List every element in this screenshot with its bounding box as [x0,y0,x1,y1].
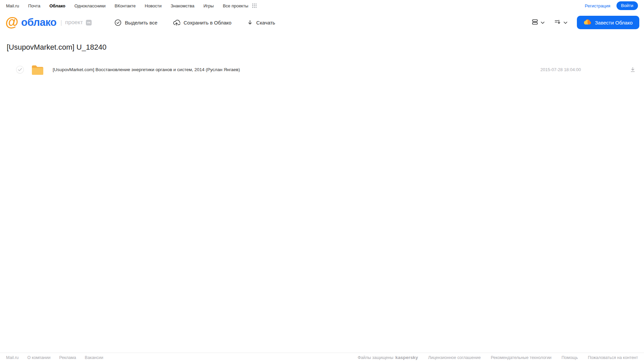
file-row[interactable]: [UsupovMarket.com] Восстановление энерге… [7,62,644,77]
cloud-logo[interactable]: @ облако [5,16,56,29]
file-list: [UsupovMarket.com] Восстановление энерге… [7,62,644,77]
footer-link-license[interactable]: Лицензионное соглашение [428,355,481,360]
select-all-button[interactable]: Выделить все [114,19,157,26]
portal-nav-links: Mail.ru Почта Облако Одноклассники ВКонт… [6,3,257,8]
topnav-item-all-projects[interactable]: Все проекты [223,3,248,8]
cloud-header: @ облако | проект VK Выделить все Со [0,11,644,34]
footer-link-about[interactable]: О компании [28,355,51,360]
check-circle-icon [114,19,121,26]
download-button[interactable]: Скачать [247,19,275,25]
footer-link-mailru[interactable]: Mail.ru [6,355,19,360]
login-button[interactable]: Войти [616,1,638,10]
kaspersky-logo[interactable]: kaspersky [395,355,418,360]
topnav-item-cloud[interactable]: Облако [49,3,65,8]
footer-link-jobs[interactable]: Вакансии [85,355,103,360]
folder-icon [31,64,44,75]
divider: | [60,19,62,26]
vk-project-label: | проект VK [60,19,92,26]
file-date: 2015-07-28 18:04:00 [540,67,581,72]
check-icon [18,68,22,71]
file-name-link[interactable]: [UsupovMarket.com] Восстановление энерге… [53,67,240,72]
project-text: проект [65,19,83,26]
portal-navbar: Mail.ru Почта Облако Одноклассники ВКонт… [0,0,644,11]
auth-area: Регистрация Войти [585,1,638,10]
cloud-upload-icon [173,19,180,26]
footer-link-report-content[interactable]: Пожаловаться на контент [588,355,638,360]
download-arrow-icon [247,19,253,25]
row-download-button[interactable] [630,67,636,72]
select-all-label: Выделить все [125,20,157,25]
save-to-cloud-label: Сохранить в Облако [184,20,232,25]
view-mode-selector[interactable] [532,19,545,27]
sort-icon [554,19,561,27]
topnav-item-dating[interactable]: Знакомства [170,3,194,8]
chevron-down-icon [541,19,545,25]
cloud-logo-text: облако [21,16,56,29]
footer-link-recommendation-tech[interactable]: Рекомендательные технологии [491,355,551,360]
row-checkbox[interactable] [16,66,24,73]
topnav-item-odnoklassniki[interactable]: Одноклассники [75,3,106,8]
sort-selector[interactable] [554,19,567,27]
footer-right-links: Файлы защищены kaspersky Лицензионное со… [358,355,638,360]
footer-left-links: Mail.ru О компании Реклама Вакансии [6,355,103,360]
vk-icon: VK [86,20,92,25]
topnav-item-vkontakte[interactable]: ВКонтакте [115,3,136,8]
page-title: [UsupovMarket.com] U_18240 [7,43,644,52]
registration-link[interactable]: Регистрация [585,3,610,8]
save-to-cloud-button[interactable]: Сохранить в Облако [173,19,232,26]
header-right-controls: Завести Облако [532,16,639,29]
get-cloud-label: Завести Облако [595,20,633,25]
public-folder-page: [UsupovMarket.com] U_18240 [UsupovMarket… [0,34,644,77]
topnav-item-mail[interactable]: Почта [28,3,40,8]
get-cloud-button[interactable]: Завести Облако [577,16,639,29]
topnav-item-mailru[interactable]: Mail.ru [6,3,19,8]
file-actions-toolbar: Выделить все Сохранить в Облако Скачать [114,19,275,26]
download-underline-icon [630,67,636,72]
kaspersky-protection: Файлы защищены kaspersky [358,355,418,360]
page-footer: Mail.ru О компании Реклама Вакансии Файл… [0,353,644,362]
protected-text: Файлы защищены [358,355,393,360]
apps-grid-icon[interactable] [252,3,257,8]
mailru-at-icon: @ [5,15,18,29]
topnav-item-news[interactable]: Новости [145,3,161,8]
list-view-icon [532,19,538,27]
chevron-down-icon [563,19,567,25]
footer-link-ads[interactable]: Реклама [59,355,76,360]
cloud-blob-icon [584,19,592,26]
download-label: Скачать [256,20,275,25]
topnav-item-games[interactable]: Игры [203,3,214,8]
footer-link-help[interactable]: Помощь [561,355,578,360]
